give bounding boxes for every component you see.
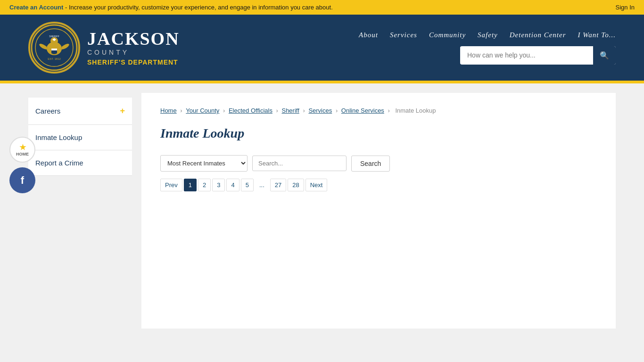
sidebar-report-crime-label: Report a Crime: [35, 159, 83, 167]
sign-in-area: Sign In: [616, 4, 635, 11]
breadcrumb-online-services[interactable]: Online Services: [341, 107, 384, 114]
breadcrumb-sep-5: ›: [336, 107, 339, 114]
breadcrumb-sep-4: ›: [303, 107, 306, 114]
home-label: HOME: [16, 152, 29, 156]
logo-circle: EST. 1812 SHERIFF: [28, 22, 80, 74]
pagination-page-3[interactable]: 3: [212, 179, 225, 191]
home-icon: ★: [19, 143, 26, 152]
county-name: JACKSON: [87, 30, 180, 48]
breadcrumb-home[interactable]: Home: [160, 107, 177, 114]
dept-name: SHERIFF'S DEPARTMENT: [87, 58, 180, 66]
content-wrapper: Careers + Inmate Lookup Report a Crime H…: [0, 93, 644, 329]
pagination-prev[interactable]: Prev: [160, 179, 182, 191]
facebook-button[interactable]: f: [9, 167, 35, 193]
pagination-page-5[interactable]: 5: [241, 179, 254, 191]
sidebar-inmate-lookup-label: Inmate Lookup: [35, 133, 82, 141]
main-nav: About Services Community Safety Detentio…: [359, 31, 616, 39]
breadcrumb-sep-3: ›: [276, 107, 280, 114]
page-title: Inmate Lookup: [160, 126, 597, 141]
breadcrumb-current: Inmate Lookup: [395, 107, 436, 114]
create-account-link[interactable]: Create an Account: [9, 4, 63, 11]
sidebar-item-report-crime[interactable]: Report a Crime: [28, 150, 132, 176]
svg-text:SHERIFF: SHERIFF: [49, 35, 59, 38]
svg-text:EST. 1812: EST. 1812: [48, 58, 61, 60]
facebook-icon: f: [21, 174, 24, 187]
pagination-next[interactable]: Next: [305, 179, 328, 191]
banner-text: Create an Account - Increase your produc…: [9, 4, 333, 11]
pagination-page-4[interactable]: 4: [226, 179, 239, 191]
social-sidebar: ★ HOME f: [9, 137, 35, 193]
county-sub: COUNTY: [87, 48, 180, 58]
main-content: Home › Your County › Elected Officials ›…: [141, 93, 616, 329]
sidebar-item-careers[interactable]: Careers +: [28, 98, 132, 125]
breadcrumb-sep-2: ›: [223, 107, 227, 114]
breadcrumb-elected-officials[interactable]: Elected Officials: [229, 107, 272, 114]
nav-about[interactable]: About: [359, 31, 378, 39]
expand-careers-icon: +: [120, 106, 125, 116]
logo-area: EST. 1812 SHERIFF JACKSON COUNTY SHERIFF…: [28, 22, 180, 74]
inmate-search-input[interactable]: [252, 156, 347, 171]
breadcrumb-sep-6: ›: [388, 107, 392, 114]
header-search-input[interactable]: [460, 47, 593, 64]
logo-text: JACKSON COUNTY SHERIFF'S DEPARTMENT: [87, 30, 180, 66]
header: EST. 1812 SHERIFF JACKSON COUNTY SHERIFF…: [0, 15, 644, 81]
breadcrumb-your-county[interactable]: Your County: [186, 107, 219, 114]
left-sidebar: Careers + Inmate Lookup Report a Crime: [28, 98, 132, 329]
breadcrumb: Home › Your County › Elected Officials ›…: [160, 107, 597, 114]
sheriff-seal-icon: EST. 1812 SHERIFF: [31, 24, 78, 71]
nav-detention-center[interactable]: Detention Center: [510, 31, 566, 39]
top-banner: Create an Account - Increase your produc…: [0, 0, 644, 15]
breadcrumb-sep-1: ›: [180, 107, 184, 114]
pagination-page-2[interactable]: 2: [198, 179, 211, 191]
nav-community[interactable]: Community: [429, 31, 466, 39]
breadcrumb-sheriff[interactable]: Sheriff: [281, 107, 299, 114]
banner-message: - Increase your productivity, customize …: [65, 4, 333, 11]
inmate-filter-select[interactable]: Most Recent Inmates All Inmates: [160, 155, 248, 172]
sign-in-link[interactable]: Sign In: [616, 4, 635, 11]
breadcrumb-services[interactable]: Services: [308, 107, 332, 114]
nav-services[interactable]: Services: [390, 31, 417, 39]
sidebar-careers-label: Careers: [35, 107, 60, 115]
header-search-button[interactable]: 🔍: [593, 46, 616, 65]
pagination-page-28[interactable]: 28: [288, 179, 304, 191]
pagination-page-27[interactable]: 27: [270, 179, 286, 191]
pagination: Prev 1 2 3 4 5 ... 27 28 Next: [160, 179, 597, 191]
inmate-search-button[interactable]: Search: [351, 156, 390, 172]
pagination-ellipsis: ...: [255, 179, 269, 191]
pagination-page-1[interactable]: 1: [184, 179, 197, 191]
nav-safety[interactable]: Safety: [478, 31, 498, 39]
yellow-divider: [0, 81, 644, 83]
sidebar-item-inmate-lookup[interactable]: Inmate Lookup: [28, 125, 132, 150]
lookup-controls: Most Recent Inmates All Inmates Search: [160, 155, 597, 172]
nav-area: About Services Community Safety Detentio…: [359, 31, 616, 65]
home-button[interactable]: ★ HOME: [9, 137, 35, 163]
nav-i-want-to[interactable]: I Want To...: [578, 31, 616, 39]
header-search-bar: 🔍: [460, 46, 616, 65]
